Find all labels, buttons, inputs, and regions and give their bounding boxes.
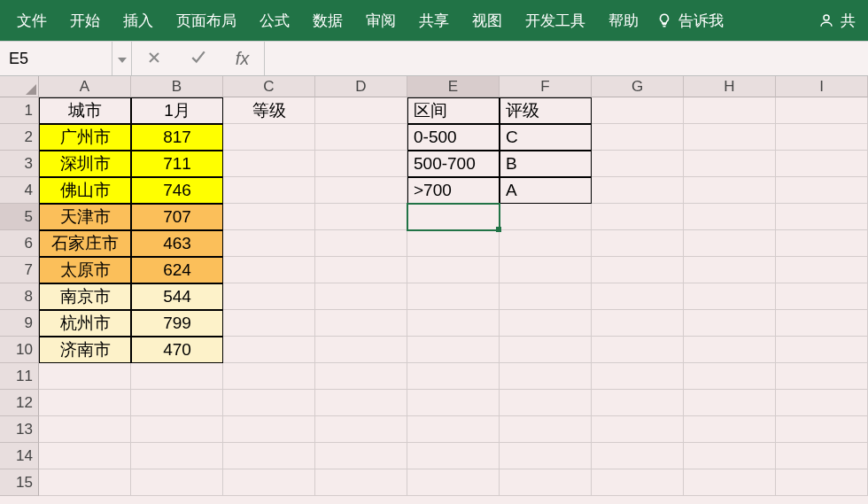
cell-I6[interactable] bbox=[776, 230, 868, 257]
cell-B11[interactable] bbox=[131, 363, 223, 390]
cell-B13[interactable] bbox=[131, 416, 223, 443]
cell-H12[interactable] bbox=[684, 390, 776, 416]
cell-G6[interactable] bbox=[592, 230, 684, 257]
cell-C6[interactable] bbox=[223, 230, 315, 257]
tab-help[interactable]: 帮助 bbox=[597, 0, 650, 41]
cell-E13[interactable] bbox=[407, 416, 500, 443]
enter-button[interactable] bbox=[176, 42, 221, 75]
cell-E8[interactable] bbox=[407, 283, 500, 310]
tab-devtools[interactable]: 开发工具 bbox=[514, 0, 597, 41]
cell-C4[interactable] bbox=[223, 177, 315, 204]
cell-H13[interactable] bbox=[684, 416, 776, 443]
namebox-dropdown[interactable] bbox=[112, 42, 132, 75]
cell-B8[interactable]: 544 bbox=[131, 283, 223, 310]
cell-D13[interactable] bbox=[315, 416, 407, 443]
cell-G4[interactable] bbox=[592, 177, 684, 204]
cell-E7[interactable] bbox=[407, 257, 500, 283]
cell-B5[interactable]: 707 bbox=[131, 204, 223, 230]
cell-F10[interactable] bbox=[500, 337, 592, 363]
cell-F3[interactable]: B bbox=[500, 151, 592, 177]
cell-F9[interactable] bbox=[500, 310, 592, 337]
cell-F2[interactable]: C bbox=[500, 124, 592, 151]
name-box[interactable] bbox=[0, 42, 112, 75]
cell-A6[interactable]: 石家庄市 bbox=[39, 230, 131, 257]
cell-I8[interactable] bbox=[776, 283, 868, 310]
cell-F4[interactable]: A bbox=[500, 177, 592, 204]
tab-formulas[interactable]: 公式 bbox=[248, 0, 301, 41]
cell-A12[interactable] bbox=[39, 390, 131, 416]
share-button[interactable]: 共 bbox=[812, 0, 863, 41]
cell-H6[interactable] bbox=[684, 230, 776, 257]
cell-D3[interactable] bbox=[315, 151, 407, 177]
cell-E11[interactable] bbox=[407, 363, 500, 390]
col-header-F[interactable]: F bbox=[500, 76, 592, 97]
cell-I3[interactable] bbox=[776, 151, 868, 177]
select-all-corner[interactable] bbox=[0, 76, 39, 97]
insert-function-button[interactable]: fx bbox=[221, 42, 265, 75]
tab-review[interactable]: 审阅 bbox=[354, 0, 407, 41]
cell-B15[interactable] bbox=[131, 469, 223, 496]
cell-B14[interactable] bbox=[131, 443, 223, 469]
cell-A15[interactable] bbox=[39, 469, 131, 496]
cell-A1[interactable]: 城市 bbox=[39, 97, 131, 124]
row-header-8[interactable]: 8 bbox=[0, 283, 39, 310]
cell-E2[interactable]: 0-500 bbox=[407, 124, 500, 151]
sheet-area[interactable]: ABCDEFGHI1城市1月等级区间评级2广州市8170-500C3深圳市711… bbox=[0, 76, 868, 504]
col-header-H[interactable]: H bbox=[684, 76, 776, 97]
cell-B12[interactable] bbox=[131, 390, 223, 416]
cell-A9[interactable]: 杭州市 bbox=[39, 310, 131, 337]
cell-A10[interactable]: 济南市 bbox=[39, 337, 131, 363]
col-header-C[interactable]: C bbox=[223, 76, 315, 97]
cell-G3[interactable] bbox=[592, 151, 684, 177]
cell-I15[interactable] bbox=[776, 469, 868, 496]
cell-G7[interactable] bbox=[592, 257, 684, 283]
cell-C1[interactable]: 等级 bbox=[223, 97, 315, 124]
cell-E3[interactable]: 500-700 bbox=[407, 151, 500, 177]
cell-A5[interactable]: 天津市 bbox=[39, 204, 131, 230]
cell-H2[interactable] bbox=[684, 124, 776, 151]
cell-D6[interactable] bbox=[315, 230, 407, 257]
cell-H3[interactable] bbox=[684, 151, 776, 177]
row-header-12[interactable]: 12 bbox=[0, 390, 39, 416]
cell-H11[interactable] bbox=[684, 363, 776, 390]
cell-H9[interactable] bbox=[684, 310, 776, 337]
row-header-13[interactable]: 13 bbox=[0, 416, 39, 443]
cell-I5[interactable] bbox=[776, 204, 868, 230]
tell-me[interactable]: 告诉我 bbox=[650, 0, 731, 41]
cell-G10[interactable] bbox=[592, 337, 684, 363]
cell-A11[interactable] bbox=[39, 363, 131, 390]
cell-E4[interactable]: >700 bbox=[407, 177, 500, 204]
cell-D12[interactable] bbox=[315, 390, 407, 416]
cell-C8[interactable] bbox=[223, 283, 315, 310]
cell-F15[interactable] bbox=[500, 469, 592, 496]
cell-G1[interactable] bbox=[592, 97, 684, 124]
cell-F7[interactable] bbox=[500, 257, 592, 283]
cell-D14[interactable] bbox=[315, 443, 407, 469]
cell-C13[interactable] bbox=[223, 416, 315, 443]
cell-E5[interactable] bbox=[407, 204, 500, 230]
cell-B6[interactable]: 463 bbox=[131, 230, 223, 257]
row-header-2[interactable]: 2 bbox=[0, 124, 39, 151]
cell-E10[interactable] bbox=[407, 337, 500, 363]
tab-insert[interactable]: 插入 bbox=[112, 0, 165, 41]
cell-C14[interactable] bbox=[223, 443, 315, 469]
cell-D5[interactable] bbox=[315, 204, 407, 230]
row-header-5[interactable]: 5 bbox=[0, 204, 39, 230]
cell-C12[interactable] bbox=[223, 390, 315, 416]
cell-I10[interactable] bbox=[776, 337, 868, 363]
cell-H15[interactable] bbox=[684, 469, 776, 496]
cell-F14[interactable] bbox=[500, 443, 592, 469]
cell-C7[interactable] bbox=[223, 257, 315, 283]
col-header-E[interactable]: E bbox=[407, 76, 500, 97]
cell-F5[interactable] bbox=[500, 204, 592, 230]
cell-I13[interactable] bbox=[776, 416, 868, 443]
cell-I4[interactable] bbox=[776, 177, 868, 204]
row-header-9[interactable]: 9 bbox=[0, 310, 39, 337]
cell-G9[interactable] bbox=[592, 310, 684, 337]
cell-G12[interactable] bbox=[592, 390, 684, 416]
tab-home[interactable]: 开始 bbox=[58, 0, 112, 41]
row-header-11[interactable]: 11 bbox=[0, 363, 39, 390]
cell-A13[interactable] bbox=[39, 416, 131, 443]
cell-B9[interactable]: 799 bbox=[131, 310, 223, 337]
cell-I9[interactable] bbox=[776, 310, 868, 337]
